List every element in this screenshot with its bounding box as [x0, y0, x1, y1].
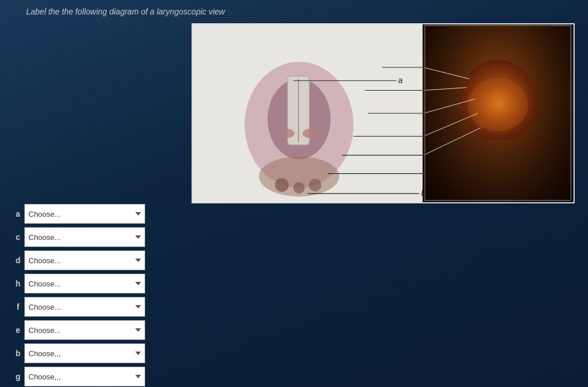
label-row-h: hChoose...EpiglottisVocal foldVentricula… [12, 273, 145, 294]
label-row-b: bChoose,,,EpiglottisVocal foldVentricula… [12, 343, 145, 364]
label-select-a[interactable]: Choose...EpiglottisVocal foldVentricular… [24, 204, 145, 224]
label-letter-a: a [12, 209, 24, 218]
label-select-e[interactable]: Choose...EpiglottisVocal foldVentricular… [24, 320, 145, 340]
label-letter-d: d [12, 256, 24, 265]
label-letter-c: c [12, 232, 24, 242]
svg-point-6 [302, 129, 316, 138]
label-row-d: dChoose...EpiglottisVocal foldVentricula… [12, 250, 145, 271]
label-select-g[interactable]: Choose,,,EpiglottisVocal foldVentricular… [24, 367, 145, 386]
label-letter-h: h [12, 279, 24, 288]
svg-point-10 [309, 179, 322, 192]
label-row-g: gChoose,,,EpiglottisVocal foldVentricula… [12, 366, 145, 387]
label-letter-g: g [12, 372, 24, 381]
label-letter-f: f [12, 302, 24, 311]
label-letter-e: e [12, 325, 24, 335]
svg-text:a: a [398, 76, 403, 85]
label-row-c: cChoose...EpiglottisVocal foldVentricula… [12, 227, 145, 248]
svg-point-8 [275, 178, 289, 192]
label-select-c[interactable]: Choose...EpiglottisVocal foldVentricular… [24, 227, 145, 247]
label-row-e: eChoose...EpiglottisVocal foldVentricula… [12, 320, 145, 341]
label-row-f: fChoose...EpiglottisVocal foldVentricula… [12, 296, 145, 317]
svg-point-5 [281, 129, 295, 138]
diagram-illustration: a b c d e f g h [193, 24, 423, 202]
page-title: Label the the following diagram of a lar… [26, 7, 225, 16]
label-row-a: aChoose...EpiglottisVocal foldVentricula… [12, 203, 145, 224]
label-letter-b: b [12, 349, 24, 358]
label-select-f[interactable]: Choose...EpiglottisVocal foldVentricular… [24, 297, 145, 317]
label-select-d[interactable]: Choose...EpiglottisVocal foldVentricular… [24, 250, 145, 270]
diagram-container: a b c d e f g h [192, 23, 575, 203]
labels-panel: aChoose...EpiglottisVocal foldVentricula… [12, 203, 145, 387]
endoscopy-photo [423, 24, 573, 202]
label-select-b[interactable]: Choose,,,EpiglottisVocal foldVentricular… [24, 343, 145, 363]
label-select-h[interactable]: Choose...EpiglottisVocal foldVentricular… [24, 274, 145, 293]
svg-point-9 [293, 182, 305, 193]
